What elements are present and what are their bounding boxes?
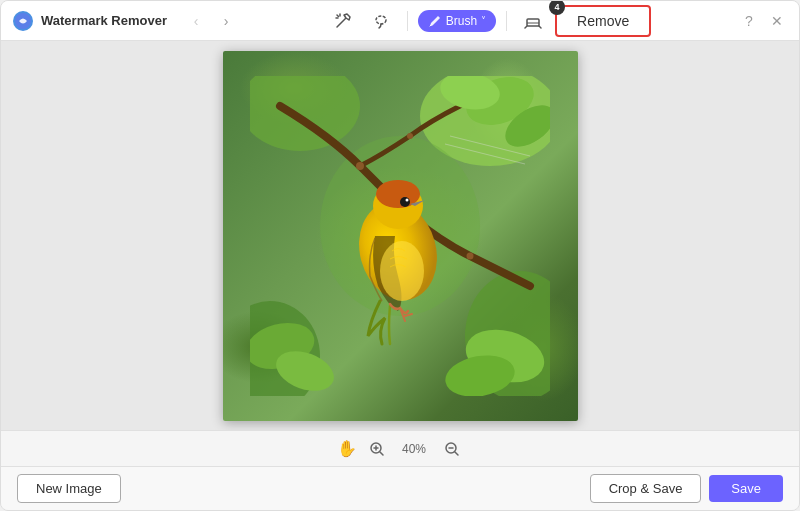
save-button[interactable]: Save [709, 475, 783, 502]
back-button[interactable]: ‹ [183, 8, 209, 34]
svg-line-34 [380, 452, 383, 455]
bird-image [223, 51, 578, 421]
svg-line-37 [455, 452, 458, 455]
main-canvas [1, 41, 799, 430]
zoom-out-button[interactable] [440, 437, 464, 461]
svg-point-30 [406, 198, 409, 201]
forward-button[interactable]: › [213, 8, 239, 34]
svg-point-29 [400, 197, 410, 207]
app-title: Watermark Remover [41, 13, 167, 28]
crop-save-button[interactable]: Crop & Save [590, 474, 702, 503]
svg-point-15 [407, 133, 413, 139]
title-bar-left: Watermark Remover ‹ › [13, 8, 239, 34]
svg-point-28 [380, 241, 424, 301]
zoom-bar: ✋ 40% [1, 430, 799, 466]
svg-line-3 [337, 15, 339, 17]
remove-button[interactable]: Remove [555, 5, 651, 37]
brush-tool[interactable]: Brush ˅ [418, 10, 496, 32]
brush-chevron-icon: ˅ [481, 15, 486, 26]
close-button[interactable]: ✕ [767, 11, 787, 31]
bird-svg [250, 76, 550, 396]
app-logo [13, 11, 33, 31]
brush-label: Brush [446, 14, 477, 28]
help-button[interactable]: ? [739, 11, 759, 31]
image-container [223, 51, 578, 421]
svg-point-14 [467, 252, 474, 259]
remove-btn-wrapper: 4 Remove [555, 5, 651, 37]
bottom-bar: New Image Crop & Save Save [1, 466, 799, 510]
hand-tool-icon[interactable]: ✋ [337, 439, 357, 458]
nav-buttons: ‹ › [183, 8, 239, 34]
lasso-tool[interactable] [365, 5, 397, 37]
bottom-right-actions: Crop & Save Save [590, 474, 783, 503]
badge: 4 [549, 0, 565, 15]
eraser-tool[interactable] [517, 5, 549, 37]
svg-point-4 [376, 16, 386, 24]
svg-point-12 [356, 162, 364, 170]
svg-point-8 [250, 76, 360, 151]
window-controls: ? ✕ [739, 11, 787, 31]
zoom-in-button[interactable] [365, 437, 389, 461]
magic-wand-tool[interactable] [327, 5, 359, 37]
zoom-level: 40% [397, 442, 432, 456]
title-bar: Watermark Remover ‹ › [1, 1, 799, 41]
new-image-button[interactable]: New Image [17, 474, 121, 503]
